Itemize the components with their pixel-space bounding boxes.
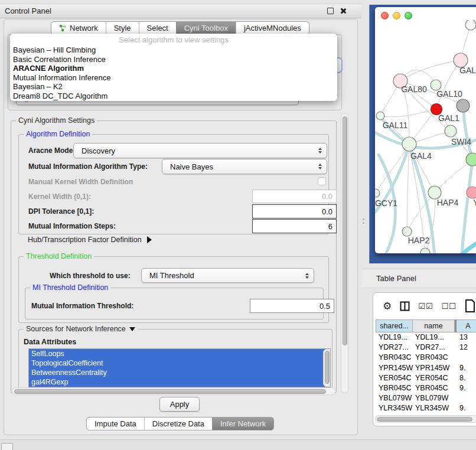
tab-infer-network[interactable]: Infer Network bbox=[212, 418, 273, 430]
network-canvas[interactable]: GAL GAL80 GAL10 GAL11 GAL1 SWI4 GAL4 GCY… bbox=[375, 20, 476, 253]
node-hap4[interactable] bbox=[428, 186, 441, 199]
dropdown-item[interactable]: Mutual Information Inference bbox=[10, 73, 337, 83]
node-label: GAL11 bbox=[383, 120, 408, 130]
tab-impute-data[interactable]: Impute Data bbox=[87, 418, 144, 430]
table-row[interactable]: YPR145WYPR145W9. bbox=[376, 363, 476, 373]
list-item[interactable]: gal4RGexp bbox=[29, 377, 325, 387]
select-all-icon[interactable]: ☑☑ bbox=[418, 302, 433, 311]
bottom-tabs: Impute Data Discretize Data Infer Networ… bbox=[86, 417, 274, 431]
aracne-mode-combobox[interactable]: Discovery bbox=[73, 143, 327, 158]
table-panel-titlebar: Table Panel bbox=[362, 269, 476, 288]
network-icon bbox=[59, 24, 67, 32]
threshold-definition-group: Threshold Definition Which threshold to … bbox=[18, 256, 329, 323]
data-attributes-label: Data Attributes bbox=[24, 338, 76, 346]
mi-steps-input[interactable]: 6 bbox=[252, 219, 337, 233]
list-item[interactable]: SelfLoops bbox=[29, 349, 325, 358]
settings-horizontal-scrollbar[interactable] bbox=[12, 387, 335, 395]
tab-select[interactable]: Select bbox=[139, 22, 176, 34]
tab-discretize-data[interactable]: Discretize Data bbox=[144, 418, 212, 430]
tab-network[interactable]: Network bbox=[51, 22, 106, 34]
minimize-traffic-light[interactable] bbox=[393, 12, 400, 19]
which-threshold-combobox[interactable]: MI Threshold bbox=[141, 268, 314, 283]
node-label: GAL4 bbox=[410, 151, 432, 161]
settings-gear-icon[interactable]: ⚙ bbox=[383, 301, 392, 311]
network-edge bbox=[407, 144, 409, 231]
tab-style[interactable]: Style bbox=[106, 22, 139, 34]
table-row[interactable]: YBR043CYBR043C bbox=[376, 353, 476, 363]
data-attributes-list: SelfLoops TopologicalCoefficient Between… bbox=[28, 348, 331, 387]
manual-kernel-checkbox bbox=[318, 177, 326, 185]
expand-arrow-icon[interactable] bbox=[147, 236, 152, 243]
dpi-tolerance-input[interactable]: 0.0 bbox=[252, 204, 337, 219]
manual-kernel-label: Manual Kernel Width Definition bbox=[28, 178, 133, 186]
apply-button[interactable]: Apply bbox=[159, 397, 200, 412]
network-edge bbox=[462, 161, 472, 253]
kernel-width-input: 0.0 bbox=[252, 190, 337, 203]
network-edge bbox=[400, 60, 461, 81]
node-hap2[interactable] bbox=[402, 227, 412, 236]
table-row[interactable]: YLR345WYLR345W9. bbox=[376, 403, 476, 413]
table-row[interactable]: YBL079WYBL079W bbox=[376, 393, 476, 403]
hub-definition-section[interactable]: Hub/Transcription Factor Definition bbox=[28, 236, 152, 244]
tab-cyni-toolbox[interactable]: Cyni Toolbox bbox=[176, 22, 236, 34]
dropdown-placeholder: Select algorithm to view settings bbox=[10, 35, 337, 45]
node-salmon[interactable] bbox=[467, 187, 476, 198]
node-unnamed[interactable] bbox=[420, 248, 430, 253]
node-unnamed[interactable] bbox=[465, 20, 476, 30]
network-window: GAL GAL80 GAL10 GAL11 GAL1 SWI4 GAL4 GCY… bbox=[375, 7, 476, 253]
node-label: GCY1 bbox=[375, 198, 397, 208]
dpi-tolerance-label: DPI Tolerance [0,1]: bbox=[28, 207, 94, 216]
float-window-icon[interactable] bbox=[327, 8, 334, 14]
list-item[interactable]: TopologicalCoefficient bbox=[29, 358, 325, 368]
column-view-icon[interactable] bbox=[400, 301, 410, 311]
dropdown-item-aracne[interactable]: ARACNE Algorithm bbox=[10, 64, 337, 73]
document-icon[interactable] bbox=[465, 299, 475, 313]
network-edge bbox=[435, 161, 472, 193]
list-scrollbar[interactable] bbox=[323, 349, 331, 387]
app-root: { "window": { "title": "Control Panel" }… bbox=[0, 0, 476, 450]
hub-definition-label: Hub/Transcription Factor Definition bbox=[28, 236, 142, 244]
dropdown-item[interactable]: Dream8 DC_TDC Algorithm bbox=[10, 92, 337, 101]
table-row[interactable]: YBR045CYBR045C9. bbox=[376, 383, 476, 393]
table-row[interactable]: YDR27...YDR27...12 bbox=[376, 343, 476, 353]
threshold-definition-title: Threshold Definition bbox=[24, 252, 94, 260]
table-row[interactable]: YDL19...YDL19...13 bbox=[376, 332, 476, 343]
node-label: SWI4 bbox=[451, 137, 471, 146]
collapse-arrow-icon[interactable] bbox=[129, 327, 135, 331]
mi-type-combobox[interactable]: Naive Bayes bbox=[162, 159, 327, 174]
close-traffic-light[interactable] bbox=[381, 12, 389, 19]
node-gal11[interactable] bbox=[376, 112, 384, 120]
column-header-partial[interactable]: A bbox=[457, 319, 476, 332]
tab-jactivemnodules[interactable]: jActiveMNodules bbox=[236, 22, 309, 34]
column-header-shared[interactable]: shared... bbox=[376, 319, 413, 332]
dropdown-item[interactable]: Basic Correlation Inference bbox=[10, 55, 337, 64]
settings-vertical-scrollbar[interactable] bbox=[341, 113, 348, 393]
zoom-traffic-light[interactable] bbox=[405, 12, 412, 19]
node-label: HAP2 bbox=[408, 236, 430, 245]
sources-group: Sources for Network Inference Data Attri… bbox=[18, 329, 332, 390]
cyni-algorithm-settings-group: Cyni Algorithm Settings Algorithm Defini… bbox=[11, 120, 337, 393]
close-icon[interactable] bbox=[340, 8, 346, 14]
settings-group-title: Cyni Algorithm Settings bbox=[16, 116, 97, 125]
panel-splitter-grip[interactable] bbox=[362, 216, 364, 226]
stepper-icon bbox=[318, 164, 322, 169]
node-gal1[interactable] bbox=[445, 125, 457, 137]
algorithm-definition-group: Algorithm Definition Aracne Mode: Discov… bbox=[18, 134, 329, 234]
node-bright-green[interactable] bbox=[466, 153, 476, 166]
status-strip bbox=[0, 439, 476, 450]
dropdown-item[interactable]: Bayesian – K2 bbox=[10, 82, 337, 92]
network-edge bbox=[463, 107, 472, 158]
panel-tabs: Network Style Select Cyni Toolbox jActiv… bbox=[51, 21, 309, 35]
panel-title: Control Panel bbox=[5, 6, 51, 15]
table-horizontal-scrollbar[interactable] bbox=[375, 415, 476, 423]
node-gcy1[interactable] bbox=[375, 189, 380, 197]
deselect-all-icon[interactable]: ☐☐ bbox=[442, 302, 457, 311]
node-gal4[interactable] bbox=[402, 137, 416, 151]
corner-button[interactable] bbox=[1, 443, 13, 450]
dropdown-item[interactable]: Bayesian – Hill Climbing bbox=[10, 45, 337, 55]
list-item[interactable]: BetweennessCentrality bbox=[29, 368, 325, 377]
node-gray[interactable] bbox=[457, 99, 470, 112]
mi-threshold-input[interactable]: 0.5 bbox=[250, 299, 334, 313]
table-row[interactable]: YER054CYER054C8. bbox=[376, 373, 476, 383]
column-header-name[interactable]: name bbox=[413, 319, 455, 332]
